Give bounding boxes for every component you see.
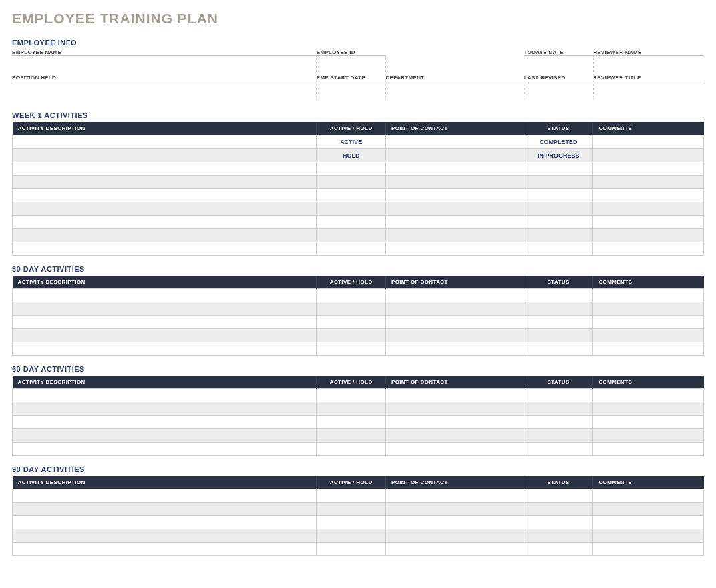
cell-point-of-contact[interactable] bbox=[385, 189, 524, 202]
cell-status[interactable] bbox=[524, 416, 593, 429]
cell-comments[interactable] bbox=[593, 416, 704, 429]
cell-active-hold[interactable] bbox=[317, 242, 386, 256]
input-employee-id[interactable] bbox=[317, 56, 385, 75]
cell-comments[interactable] bbox=[593, 302, 704, 316]
input-emp-start-date[interactable] bbox=[317, 81, 385, 100]
cell-comments[interactable] bbox=[593, 176, 704, 189]
cell-status[interactable]: IN PROGRESS bbox=[524, 149, 593, 162]
cell-comments[interactable] bbox=[593, 289, 704, 302]
cell-status[interactable] bbox=[524, 229, 593, 242]
cell-point-of-contact[interactable] bbox=[385, 489, 524, 503]
cell-point-of-contact[interactable] bbox=[385, 342, 524, 356]
cell-activity-description[interactable] bbox=[13, 242, 317, 256]
cell-activity-description[interactable] bbox=[13, 516, 317, 529]
cell-active-hold[interactable] bbox=[317, 416, 386, 429]
cell-active-hold[interactable]: HOLD bbox=[317, 149, 386, 162]
cell-point-of-contact[interactable] bbox=[385, 302, 524, 316]
cell-comments[interactable] bbox=[593, 429, 704, 443]
cell-point-of-contact[interactable] bbox=[385, 429, 524, 443]
cell-point-of-contact[interactable] bbox=[385, 529, 524, 543]
cell-activity-description[interactable] bbox=[13, 289, 317, 302]
cell-active-hold[interactable] bbox=[317, 429, 386, 443]
cell-activity-description[interactable] bbox=[13, 162, 317, 176]
cell-status[interactable] bbox=[524, 389, 593, 402]
cell-comments[interactable] bbox=[593, 189, 704, 202]
cell-comments[interactable] bbox=[593, 149, 704, 162]
cell-point-of-contact[interactable] bbox=[385, 543, 524, 556]
cell-activity-description[interactable] bbox=[13, 329, 317, 342]
cell-comments[interactable] bbox=[593, 503, 704, 516]
cell-comments[interactable] bbox=[593, 229, 704, 242]
cell-status[interactable] bbox=[524, 176, 593, 189]
cell-activity-description[interactable] bbox=[13, 342, 317, 356]
cell-status[interactable] bbox=[524, 342, 593, 356]
cell-activity-description[interactable] bbox=[13, 443, 317, 456]
cell-active-hold[interactable] bbox=[317, 329, 386, 342]
cell-active-hold[interactable] bbox=[317, 503, 386, 516]
cell-activity-description[interactable] bbox=[13, 543, 317, 556]
cell-active-hold[interactable] bbox=[317, 302, 386, 316]
cell-activity-description[interactable] bbox=[13, 302, 317, 316]
cell-comments[interactable] bbox=[593, 342, 704, 356]
input-reviewer-name[interactable] bbox=[594, 56, 704, 75]
cell-status[interactable] bbox=[524, 516, 593, 529]
cell-activity-description[interactable] bbox=[13, 416, 317, 429]
cell-activity-description[interactable] bbox=[13, 402, 317, 416]
cell-point-of-contact[interactable] bbox=[385, 242, 524, 256]
cell-activity-description[interactable] bbox=[13, 503, 317, 516]
cell-status[interactable] bbox=[524, 503, 593, 516]
cell-status[interactable] bbox=[524, 242, 593, 256]
cell-active-hold[interactable] bbox=[317, 202, 386, 216]
cell-comments[interactable] bbox=[593, 529, 704, 543]
cell-active-hold[interactable] bbox=[317, 189, 386, 202]
cell-activity-description[interactable] bbox=[13, 176, 317, 189]
cell-comments[interactable] bbox=[593, 316, 704, 329]
input-department[interactable] bbox=[386, 81, 524, 100]
cell-status[interactable] bbox=[524, 543, 593, 556]
cell-activity-description[interactable] bbox=[13, 429, 317, 443]
cell-status[interactable] bbox=[524, 443, 593, 456]
cell-status[interactable] bbox=[524, 529, 593, 543]
cell-point-of-contact[interactable] bbox=[385, 516, 524, 529]
cell-status[interactable] bbox=[524, 329, 593, 342]
cell-point-of-contact[interactable] bbox=[385, 202, 524, 216]
cell-activity-description[interactable] bbox=[13, 202, 317, 216]
cell-active-hold[interactable] bbox=[317, 389, 386, 402]
cell-status[interactable] bbox=[524, 202, 593, 216]
cell-active-hold[interactable] bbox=[317, 402, 386, 416]
cell-comments[interactable] bbox=[593, 516, 704, 529]
cell-status[interactable] bbox=[524, 216, 593, 229]
cell-active-hold[interactable] bbox=[317, 529, 386, 543]
input-todays-date[interactable] bbox=[524, 56, 593, 75]
cell-point-of-contact[interactable] bbox=[385, 162, 524, 176]
cell-status[interactable] bbox=[524, 289, 593, 302]
cell-point-of-contact[interactable] bbox=[385, 176, 524, 189]
input-employee-name[interactable] bbox=[12, 56, 316, 75]
cell-status[interactable] bbox=[524, 489, 593, 503]
cell-point-of-contact[interactable] bbox=[385, 329, 524, 342]
cell-status[interactable] bbox=[524, 162, 593, 176]
cell-active-hold[interactable] bbox=[317, 316, 386, 329]
cell-comments[interactable] bbox=[593, 402, 704, 416]
cell-status[interactable] bbox=[524, 402, 593, 416]
cell-point-of-contact[interactable] bbox=[385, 402, 524, 416]
cell-active-hold[interactable] bbox=[317, 342, 386, 356]
cell-comments[interactable] bbox=[593, 489, 704, 503]
cell-point-of-contact[interactable] bbox=[385, 316, 524, 329]
input-reviewer-title[interactable] bbox=[594, 81, 704, 100]
cell-point-of-contact[interactable] bbox=[385, 389, 524, 402]
cell-status[interactable] bbox=[524, 316, 593, 329]
cell-status[interactable] bbox=[524, 429, 593, 443]
cell-point-of-contact[interactable] bbox=[385, 416, 524, 429]
cell-active-hold[interactable]: ACTIVE bbox=[317, 135, 386, 149]
cell-comments[interactable] bbox=[593, 242, 704, 256]
cell-active-hold[interactable] bbox=[317, 229, 386, 242]
cell-point-of-contact[interactable] bbox=[385, 503, 524, 516]
cell-comments[interactable] bbox=[593, 543, 704, 556]
cell-active-hold[interactable] bbox=[317, 543, 386, 556]
cell-point-of-contact[interactable] bbox=[385, 229, 524, 242]
cell-active-hold[interactable] bbox=[317, 216, 386, 229]
input-last-revised[interactable] bbox=[524, 81, 593, 100]
cell-comments[interactable] bbox=[593, 202, 704, 216]
cell-active-hold[interactable] bbox=[317, 443, 386, 456]
